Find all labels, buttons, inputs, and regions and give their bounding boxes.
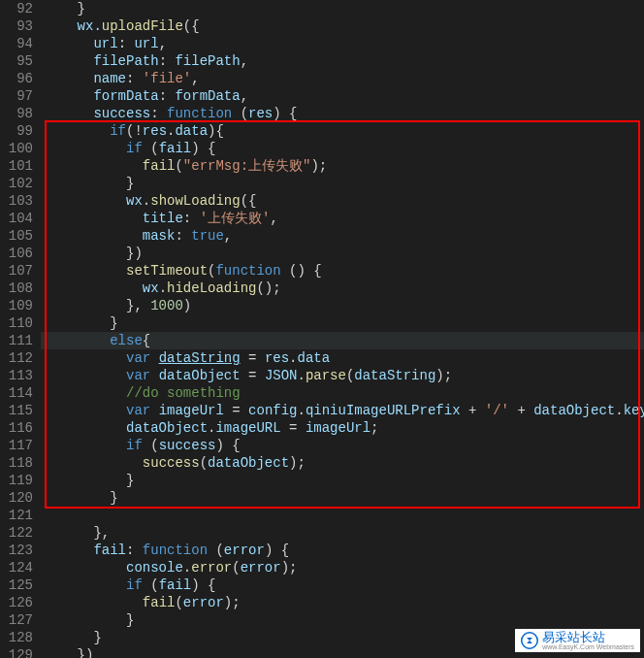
- code-line[interactable]: url: url,: [41, 35, 644, 52]
- token: }): [45, 246, 143, 261]
- token: formData: [45, 88, 159, 104]
- code-line[interactable]: setTimeout(function () {: [41, 262, 644, 280]
- token: error: [224, 543, 265, 558]
- token: showLoading: [150, 193, 240, 209]
- code-line[interactable]: if (success) {: [41, 437, 644, 454]
- code-line[interactable]: }, 1000): [41, 297, 644, 314]
- code-line[interactable]: },: [41, 524, 644, 542]
- token: }: [45, 473, 134, 488]
- code-line[interactable]: //do something: [41, 384, 644, 402]
- token: JSON: [265, 368, 298, 383]
- code-line[interactable]: var dataObject = JSON.parse(dataString);: [41, 367, 644, 384]
- token: fail: [159, 141, 192, 156]
- code-line[interactable]: title: '上传失败',: [41, 210, 644, 227]
- code-line[interactable]: wx.showLoading({: [41, 192, 644, 210]
- code-line[interactable]: wx.hideLoading();: [41, 280, 644, 297]
- code-line[interactable]: name: 'file',: [41, 70, 644, 87]
- code-line[interactable]: else{: [41, 332, 644, 349]
- svg-point-0: [522, 633, 538, 649]
- line-number: 93: [4, 17, 33, 35]
- line-number: 103: [4, 192, 33, 210]
- token: var: [126, 368, 150, 383]
- token: fail: [143, 158, 176, 174]
- code-line[interactable]: wx.uploadFile({: [41, 17, 644, 35]
- line-number: 111: [4, 332, 33, 349]
- token: [45, 420, 126, 436]
- token: (: [200, 455, 208, 471]
- token: =: [241, 350, 265, 366]
- token: fail: [45, 543, 126, 558]
- token: (: [143, 438, 159, 453]
- code-line[interactable]: console.error(error);: [41, 559, 644, 576]
- code-line[interactable]: }: [41, 0, 644, 17]
- line-number: 122: [4, 524, 33, 542]
- line-number: 107: [4, 262, 33, 280]
- line-number: 105: [4, 227, 33, 245]
- code-line[interactable]: }: [41, 611, 644, 629]
- code-line[interactable]: var dataString = res.data: [41, 349, 644, 367]
- code-line[interactable]: if(!res.data){: [41, 122, 644, 140]
- token: [45, 403, 126, 418]
- token: true: [191, 228, 224, 244]
- code-line[interactable]: }: [41, 314, 644, 332]
- line-number: 120: [4, 489, 33, 507]
- token: title: [45, 211, 183, 226]
- token: if: [126, 438, 143, 453]
- code-line[interactable]: fail("errMsg:上传失败");: [41, 157, 644, 175]
- token: ({: [241, 193, 257, 209]
- token: ,: [270, 211, 277, 226]
- token: [45, 193, 126, 209]
- token: ,: [159, 36, 167, 51]
- token: [45, 333, 110, 348]
- token: imageUrl: [306, 420, 370, 436]
- token: ,: [241, 53, 248, 69]
- token: wx: [126, 193, 143, 209]
- line-number: 94: [4, 35, 33, 52]
- watermark-sub-text: www.EasyK.Com Webmasters: [542, 643, 634, 650]
- token: fail: [143, 595, 176, 610]
- watermark-badge: 易采站长站 www.EasyK.Com Webmasters: [515, 629, 640, 652]
- token: [45, 263, 126, 279]
- token: +: [509, 403, 533, 418]
- code-line[interactable]: }: [41, 472, 644, 489]
- code-line[interactable]: formData: formData,: [41, 87, 644, 105]
- code-line[interactable]: }): [41, 245, 644, 262]
- token: var: [126, 403, 150, 418]
- code-line[interactable]: var imageUrl = config.qiniuImageURLPrefi…: [41, 402, 644, 419]
- token: ,: [191, 71, 199, 86]
- token: +: [461, 403, 485, 418]
- token: var: [126, 350, 150, 366]
- line-number: 102: [4, 175, 33, 192]
- line-number: 108: [4, 280, 33, 297]
- code-line[interactable]: success(dataObject);: [41, 454, 644, 472]
- code-line[interactable]: }: [41, 175, 644, 192]
- token: success: [45, 106, 150, 121]
- token: (!: [126, 123, 143, 139]
- token: ){: [208, 123, 224, 139]
- code-area[interactable]: } wx.uploadFile({ url: url, filePath: fi…: [41, 0, 644, 658]
- code-line[interactable]: dataObject.imageURL = imageUrl;: [41, 419, 644, 437]
- code-editor[interactable]: 9293949596979899100101102103104105106107…: [0, 0, 644, 658]
- token: =: [224, 403, 248, 418]
- token: dataString: [159, 350, 241, 366]
- code-line[interactable]: success: function (res) {: [41, 105, 644, 122]
- token: uploadFile: [102, 18, 183, 34]
- code-line[interactable]: mask: true,: [41, 227, 644, 245]
- line-number: 123: [4, 542, 33, 559]
- token: "errMsg:上传失败": [183, 158, 311, 174]
- token: setTimeout: [126, 263, 208, 279]
- token: key: [624, 403, 644, 418]
- token: function: [143, 543, 208, 558]
- line-number: 116: [4, 419, 33, 437]
- token: :: [159, 88, 176, 104]
- token: ) {: [191, 141, 215, 156]
- code-line[interactable]: filePath: filePath,: [41, 52, 644, 70]
- code-line[interactable]: [41, 507, 644, 524]
- code-line[interactable]: }: [41, 489, 644, 507]
- code-line[interactable]: fail: function (error) {: [41, 542, 644, 559]
- code-line[interactable]: if (fail) {: [41, 140, 644, 157]
- token: imageURL: [215, 420, 280, 436]
- line-number: 126: [4, 594, 33, 611]
- code-line[interactable]: if (fail) {: [41, 576, 644, 594]
- code-line[interactable]: fail(error);: [41, 594, 644, 611]
